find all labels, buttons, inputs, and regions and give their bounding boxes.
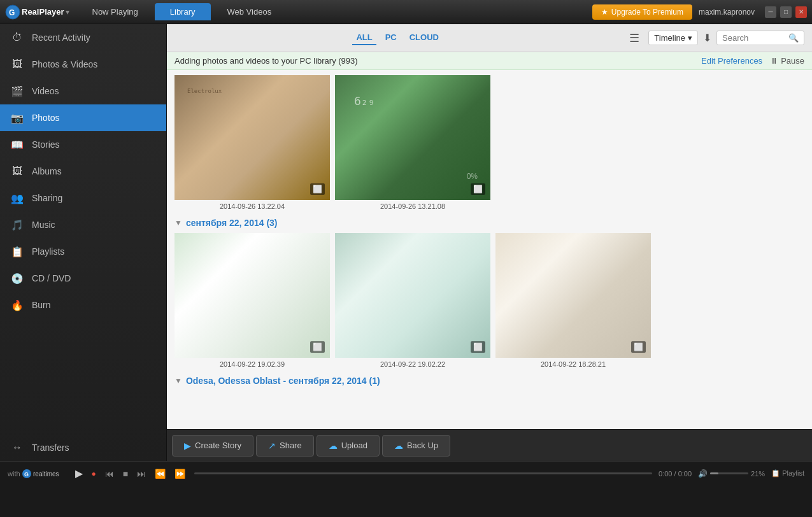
- burn-icon: 🔥: [10, 298, 24, 312]
- grid-menu-button[interactable]: ☰: [625, 30, 643, 46]
- username-label: maxim.kapronov: [699, 8, 755, 17]
- edit-preferences-link[interactable]: Edit Preferences: [701, 56, 762, 66]
- record-button[interactable]: ●: [89, 468, 99, 479]
- date-section-odessa: ▼ Odesa, Odessa Oblast - сентября 22, 20…: [175, 376, 804, 386]
- tab-now-playing[interactable]: Now Playing: [77, 3, 153, 20]
- albums-icon: 🖼: [10, 164, 24, 178]
- svg-text:realtimes: realtimes: [33, 471, 59, 478]
- backup-button[interactable]: ☁ Back Up: [382, 435, 450, 457]
- sidebar-item-photos[interactable]: 📷 Photos: [0, 104, 166, 131]
- sidebar-item-burn[interactable]: 🔥 Burn: [0, 292, 166, 318]
- photo-item[interactable]: ⬜ 2014-09-22 19.02.39: [175, 233, 330, 368]
- date-section-sep22: ▼ сентября 22, 2014 (3) ⬜ 2014-09-22 19.…: [175, 218, 804, 368]
- backup-label: Back Up: [407, 441, 438, 450]
- sidebar: ⏱ Recent Activity 🖼 Photos & Videos 🎬 Vi…: [0, 24, 167, 461]
- transfers-icon: ↔: [10, 441, 24, 455]
- sidebar-item-albums[interactable]: 🖼 Albums: [0, 158, 166, 185]
- play-button[interactable]: ▶: [73, 466, 85, 481]
- filter-cloud[interactable]: CLOUD: [406, 31, 443, 45]
- fast-forward-button[interactable]: ⏩: [172, 467, 188, 480]
- sidebar-item-label: Stories: [32, 139, 60, 150]
- photo-timestamp: 2014-09-26 13.22.04: [175, 202, 330, 210]
- backup-icon: ☁: [394, 441, 403, 451]
- sidebar-item-videos[interactable]: 🎬 Videos: [0, 78, 166, 104]
- sharing-icon: 👥: [10, 191, 24, 205]
- date-section-sep26: Electrolux ⬜ 2014-09-26 13.22.04 6₂₉ 0%: [175, 75, 804, 210]
- volume-area: 🔊 21%: [698, 469, 765, 478]
- sidebar-item-music[interactable]: 🎵 Music: [0, 211, 166, 238]
- create-story-button[interactable]: ▶ Create Story: [172, 435, 253, 457]
- sidebar-item-label: Music: [32, 220, 55, 230]
- playlist-button[interactable]: 📋 Playlist: [771, 469, 804, 478]
- sidebar-item-transfers[interactable]: ↔ Transfers: [0, 434, 166, 461]
- sidebar-item-label: Sharing: [32, 193, 62, 203]
- realtimes-logo: with G realtimes: [8, 469, 60, 479]
- app-logo: G RealPlayer ▾: [5, 4, 69, 20]
- music-icon: 🎵: [10, 218, 24, 232]
- close-button[interactable]: ✕: [795, 6, 807, 18]
- chevron-down-icon: ▼: [175, 218, 182, 227]
- photo-timestamp: 2014-09-22 19.02.39: [175, 360, 330, 368]
- stories-icon: 📖: [10, 138, 24, 152]
- status-bar: Adding photos and videos to your PC libr…: [167, 52, 812, 70]
- skip-forward-button[interactable]: ⏭: [134, 467, 148, 480]
- stop-button[interactable]: ■: [120, 467, 131, 480]
- rewind-button[interactable]: ⏪: [152, 467, 168, 480]
- date-label: Odesa, Odessa Oblast - сентября 22, 2014…: [186, 376, 380, 386]
- screen-icon: ⬜: [631, 341, 646, 353]
- photo-thumbnail: ⬜: [495, 233, 651, 358]
- sidebar-item-label: CD / DVD: [32, 273, 71, 283]
- tab-library[interactable]: Library: [155, 3, 211, 20]
- sidebar-item-cd-dvd[interactable]: 💿 CD / DVD: [0, 265, 166, 292]
- sidebar-item-sharing[interactable]: 👥 Sharing: [0, 185, 166, 211]
- upload-label: Upload: [341, 441, 367, 450]
- player-controls: ▶ ● ⏮ ■ ⏭ ⏪ ⏩: [73, 466, 189, 481]
- photo-item[interactable]: 6₂₉ 0% ⬜ 2014-09-26 13.21.08: [335, 75, 490, 210]
- photo-grid: Electrolux ⬜ 2014-09-26 13.22.04 6₂₉ 0%: [175, 75, 804, 210]
- status-text: Adding photos and videos to your PC libr…: [175, 56, 358, 66]
- upload-button[interactable]: ☁ Upload: [317, 435, 380, 457]
- photo-timestamp: 2014-09-26 13.21.08: [335, 202, 490, 210]
- play-icon: ▶: [184, 441, 191, 451]
- filter-all[interactable]: ALL: [352, 31, 376, 45]
- sidebar-item-label: Videos: [32, 86, 59, 96]
- screen-icon: ⬜: [310, 341, 325, 353]
- photo-thumbnail: 6₂₉ 0% ⬜: [335, 75, 490, 200]
- sidebar-item-playlists[interactable]: 📋 Playlists: [0, 238, 166, 265]
- video-icon: 🎬: [10, 84, 24, 98]
- share-label: Share: [280, 441, 302, 450]
- sidebar-item-label: Playlists: [32, 246, 64, 257]
- photo-item[interactable]: Electrolux ⬜ 2014-09-26 13.22.04: [175, 75, 330, 210]
- upgrade-button[interactable]: ★ Upgrade To Premium: [592, 4, 692, 20]
- content-toolbar: ALL PC CLOUD ☰ Timeline ▾ ⬇ 🔍: [167, 24, 812, 52]
- sidebar-item-label: Transfers: [32, 443, 69, 453]
- photo-timestamp: 2014-09-22 19.02.22: [335, 360, 490, 368]
- sidebar-item-photos-videos[interactable]: 🖼 Photos & Videos: [0, 51, 166, 78]
- maximize-button[interactable]: □: [780, 6, 792, 18]
- search-input[interactable]: [722, 33, 786, 43]
- photo-item[interactable]: ⬜ 2014-09-22 19.02.22: [335, 233, 490, 368]
- filter-pc[interactable]: PC: [381, 31, 401, 45]
- date-section-header[interactable]: ▼ Odesa, Odessa Oblast - сентября 22, 20…: [175, 376, 804, 386]
- minimize-button[interactable]: ─: [765, 6, 776, 18]
- download-button[interactable]: ⬇: [703, 32, 711, 44]
- content-area: ALL PC CLOUD ☰ Timeline ▾ ⬇ 🔍 Adding pho…: [167, 24, 812, 461]
- tab-web-videos[interactable]: Web Videos: [212, 3, 287, 20]
- logo-dropdown[interactable]: ▾: [66, 8, 69, 17]
- screen-icon: ⬜: [471, 341, 485, 353]
- volume-percentage: 21%: [751, 470, 765, 478]
- photo-item[interactable]: ⬜ 2014-09-22 18.28.21: [495, 233, 651, 368]
- skip-back-button[interactable]: ⏮: [103, 467, 117, 480]
- sidebar-item-label: Photos & Videos: [32, 59, 97, 69]
- sidebar-item-recent-activity[interactable]: ⏱ Recent Activity: [0, 24, 166, 51]
- volume-bar[interactable]: [710, 472, 748, 474]
- timeline-dropdown[interactable]: Timeline ▾: [648, 31, 698, 45]
- photos-icon: 📷: [10, 111, 24, 125]
- sidebar-item-stories[interactable]: 📖 Stories: [0, 131, 166, 158]
- progress-track[interactable]: [194, 472, 652, 474]
- cd-dvd-icon: 💿: [10, 271, 24, 285]
- date-section-header[interactable]: ▼ сентября 22, 2014 (3): [175, 218, 804, 228]
- pause-button[interactable]: ⏸ Pause: [770, 56, 804, 66]
- share-button[interactable]: ↗ Share: [256, 435, 314, 457]
- photo-video-icon: 🖼: [10, 57, 24, 71]
